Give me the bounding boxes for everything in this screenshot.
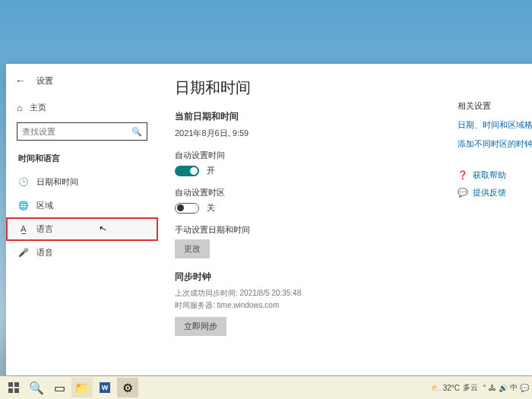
word-icon: W <box>100 382 111 393</box>
get-help-link[interactable]: ❓ 获取帮助 <box>458 169 532 181</box>
gear-icon: ⚙ <box>122 381 133 395</box>
taskbar: 🔍 ▭ 📁 W ⚙ ⛅ 32°C 多云 ˄ 🖧 🔊 中 💬 <box>0 376 532 399</box>
ime-icon[interactable]: 中 <box>510 382 518 393</box>
sidebar: ← 设置 ⌂ 主页 🔍 时间和语言 🕒 日期和时间 🌐 区域 A̲ 语言 ↖ 🎤… <box>6 64 158 375</box>
last-sync-text: 上次成功同步时间: 2021/8/5 20:35:48 <box>175 288 441 299</box>
auto-tz-label: 自动设置时区 <box>175 187 441 198</box>
sidebar-item-region[interactable]: 🌐 区域 <box>6 194 158 217</box>
change-button[interactable]: 更改 <box>175 239 210 258</box>
taskview-icon: ▭ <box>54 381 65 395</box>
taskbar-taskview[interactable]: ▭ <box>49 378 70 397</box>
link-datetime-format[interactable]: 日期、时间和区域格式设置 <box>458 119 532 131</box>
taskbar-left: 🔍 ▭ 📁 W ⚙ <box>3 378 138 397</box>
svg-rect-0 <box>8 382 13 387</box>
taskbar-app-explorer[interactable]: 📁 <box>71 378 93 397</box>
main-content: 日期和时间 当前日期和时间 2021年8月6日, 9:59 自动设置时间 开 自… <box>158 64 458 375</box>
page-title: 日期和时间 <box>175 78 441 98</box>
globe-icon: 🌐 <box>18 201 29 211</box>
sidebar-heading: 时间和语言 <box>6 150 158 170</box>
sidebar-item-label: 日期和时间 <box>36 176 78 188</box>
weather-temp: 32°C <box>443 384 460 392</box>
svg-rect-3 <box>14 388 19 393</box>
chevron-up-icon[interactable]: ˄ <box>483 384 486 392</box>
mic-icon: 🎤 <box>18 248 29 258</box>
feedback-icon: 💬 <box>458 188 468 198</box>
time-server-text: 时间服务器: time.windows.com <box>175 300 441 311</box>
related-settings-heading: 相关设置 <box>458 100 532 112</box>
sidebar-item-datetime[interactable]: 🕒 日期和时间 <box>6 170 158 194</box>
weather-icon: ⛅ <box>431 384 440 392</box>
manual-set-label: 手动设置日期和时间 <box>175 224 441 236</box>
taskbar-right: ⛅ 32°C 多云 ˄ 🖧 🔊 中 💬 <box>431 382 529 393</box>
network-icon[interactable]: 🖧 <box>489 384 496 392</box>
system-tray[interactable]: ˄ 🖧 🔊 中 💬 <box>483 382 529 393</box>
auto-tz-state: 关 <box>207 202 215 214</box>
weather-desc: 多云 <box>463 382 478 393</box>
feedback-link[interactable]: 💬 提供反馈 <box>458 187 532 198</box>
sidebar-item-language[interactable]: A̲ 语言 ↖ <box>6 217 158 241</box>
search-box[interactable]: 🔍 <box>17 122 147 141</box>
sidebar-item-label: 语言 <box>36 223 53 235</box>
sidebar-item-label: 语音 <box>36 247 53 258</box>
get-help-label: 获取帮助 <box>473 169 506 181</box>
home-label: 主页 <box>30 102 46 113</box>
link-add-timezone[interactable]: 添加不同时区的时钟 <box>458 138 532 150</box>
windows-icon <box>8 382 19 393</box>
auto-time-label: 自动设置时间 <box>175 150 441 161</box>
taskbar-app-settings[interactable]: ⚙ <box>117 378 138 397</box>
auto-tz-toggle[interactable] <box>175 203 199 214</box>
taskbar-search[interactable]: 🔍 <box>26 378 47 397</box>
help-icon: ❓ <box>458 170 468 180</box>
feedback-label: 提供反馈 <box>473 187 506 198</box>
search-input[interactable] <box>22 127 131 136</box>
svg-rect-1 <box>14 382 19 387</box>
cursor-icon: ↖ <box>97 223 108 236</box>
svg-rect-2 <box>8 388 13 393</box>
notifications-icon[interactable]: 💬 <box>520 384 529 392</box>
current-datetime-value: 2021年8月6日, 9:59 <box>175 128 441 139</box>
search-icon: 🔍 <box>29 381 44 395</box>
auto-time-state: 开 <box>207 165 215 176</box>
language-icon: A̲ <box>18 224 29 234</box>
search-icon: 🔍 <box>131 127 142 137</box>
volume-icon[interactable]: 🔊 <box>499 384 508 392</box>
taskbar-app-word[interactable]: W <box>94 378 116 397</box>
start-button[interactable] <box>3 378 24 397</box>
home-nav[interactable]: ⌂ 主页 <box>6 97 158 118</box>
clock-icon: 🕒 <box>18 177 29 187</box>
weather-widget[interactable]: ⛅ 32°C 多云 <box>431 382 478 393</box>
home-icon: ⌂ <box>17 103 22 113</box>
sync-now-button[interactable]: 立即同步 <box>175 317 226 336</box>
auto-time-toggle[interactable] <box>175 166 199 176</box>
current-datetime-label: 当前日期和时间 <box>175 110 441 123</box>
folder-icon: 📁 <box>74 381 90 395</box>
sidebar-item-speech[interactable]: 🎤 语音 <box>6 241 158 264</box>
sync-clock-heading: 同步时钟 <box>175 271 441 283</box>
right-pane: 相关设置 日期、时间和区域格式设置 添加不同时区的时钟 ❓ 获取帮助 💬 提供反… <box>458 64 532 375</box>
app-label: 设置 <box>36 75 53 87</box>
settings-window: ← 设置 ⌂ 主页 🔍 时间和语言 🕒 日期和时间 🌐 区域 A̲ 语言 ↖ 🎤… <box>6 64 532 375</box>
back-button[interactable]: ← <box>15 74 26 87</box>
sidebar-item-label: 区域 <box>36 200 53 211</box>
window-topbar: ← 设置 <box>6 71 158 90</box>
